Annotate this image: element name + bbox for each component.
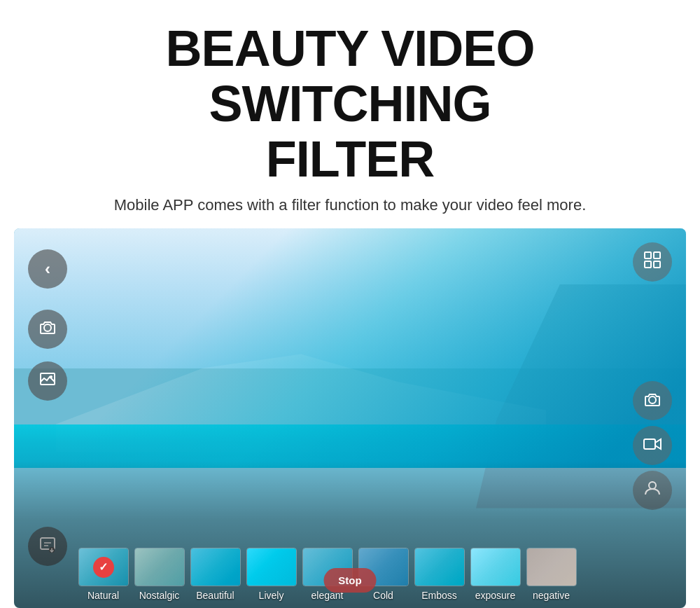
back-icon: ‹ [45,259,50,279]
filter-thumb-nostalgic [134,548,185,586]
main-title: BEAUTY VIDEO SWITCHING FILTER [28,21,672,188]
svg-rect-6 [654,261,660,268]
filter-label-exposure: exposure [475,590,516,601]
filter-label-nostalgic: Nostalgic [139,590,180,601]
title-line2: FILTER [266,131,435,187]
svg-point-2 [50,375,52,378]
gallery-button[interactable] [28,361,67,401]
right-controls-top [633,242,672,282]
header-section: BEAUTY VIDEO SWITCHING FILTER Mobile APP… [0,0,700,221]
filter-thumb-exposure [470,548,521,586]
right-camera-icon [643,392,662,410]
right-video-button[interactable] [633,426,672,465]
camera-icon [38,319,57,338]
grid-button[interactable] [633,242,672,282]
back-button[interactable]: ‹ [28,249,67,289]
subtitle: Mobile APP comes with a filter function … [28,196,672,214]
filter-item-natural[interactable]: ✓ Natural [77,548,130,601]
filter-label-beautiful: Beautiful [196,590,234,601]
filter-item-negative[interactable]: negative [525,548,578,601]
title-line1: BEAUTY VIDEO SWITCHING [166,20,535,132]
filter-label-emboss: Emboss [421,590,457,601]
svg-point-0 [44,324,51,331]
pool-overlay [14,228,686,468]
svg-rect-8 [644,439,655,449]
page-container: BEAUTY VIDEO SWITCHING FILTER Mobile APP… [0,0,700,608]
svg-point-7 [649,396,656,403]
gallery-icon [39,371,56,390]
filter-label-negative: negative [533,590,570,601]
svg-rect-4 [654,252,660,258]
filter-thumb-beautiful [190,548,241,586]
camera-switch-button[interactable] [28,310,67,349]
svg-rect-5 [645,261,651,268]
filter-label-lively: Lively [259,590,284,601]
filter-thumb-lively [246,548,297,586]
grid-icon [643,251,662,272]
filter-item-beautiful[interactable]: Beautiful [189,548,241,601]
svg-rect-3 [645,252,651,258]
left-controls: ‹ [28,249,67,401]
right-video-icon [643,437,662,455]
stop-button[interactable]: Stop [324,568,377,593]
filter-item-exposure[interactable]: exposure [469,548,522,601]
filter-item-lively[interactable]: Lively [245,548,298,601]
filter-item-nostalgic[interactable]: Nostalgic [133,548,186,601]
filter-thumb-negative [526,548,577,586]
app-screen: ‹ [14,228,686,608]
filter-thumb-emboss [414,548,465,586]
right-camera-button[interactable] [633,381,672,420]
filter-check-natural: ✓ [93,557,114,578]
filter-strip: ✓ Natural Nostalgic Beautiful [14,461,686,608]
filter-label-cold: Cold [373,590,393,601]
filter-thumb-natural: ✓ [78,548,129,586]
filter-item-emboss[interactable]: Emboss [413,548,465,601]
filter-label-natural: Natural [88,590,119,601]
